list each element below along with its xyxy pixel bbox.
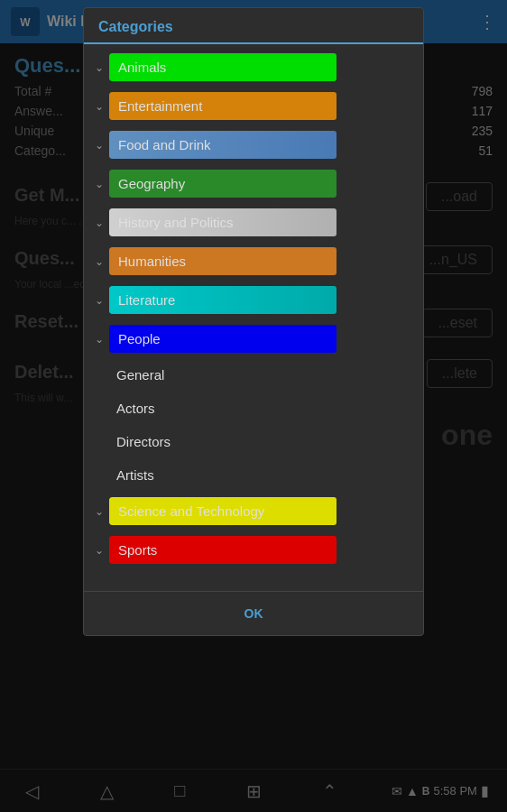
subcategory-label-actors: Actors bbox=[116, 401, 155, 416]
modal-title: Categories bbox=[84, 8, 423, 44]
category-label-literature: Literature bbox=[109, 286, 412, 314]
category-bar-people bbox=[109, 325, 336, 353]
subcategory-label-directors: Directors bbox=[116, 434, 171, 449]
chevron-food-drink: ⌄ bbox=[95, 139, 104, 152]
modal-footer: OK bbox=[84, 591, 423, 635]
category-label-animals: Animals bbox=[109, 53, 412, 81]
chevron-sports: ⌄ bbox=[95, 544, 104, 557]
category-bar-sports bbox=[109, 536, 336, 564]
chevron-literature: ⌄ bbox=[95, 294, 104, 307]
category-item-animals[interactable]: ⌄ Animals bbox=[84, 48, 423, 87]
ok-button[interactable]: OK bbox=[226, 601, 281, 626]
chevron-entertainment: ⌄ bbox=[95, 100, 104, 113]
chevron-geography: ⌄ bbox=[95, 178, 104, 190]
chevron-people: ⌄ bbox=[95, 333, 104, 346]
category-label-food-drink: Food and Drink bbox=[109, 131, 412, 159]
category-item-geography[interactable]: ⌄ Geography bbox=[84, 164, 423, 203]
category-bar-humanities bbox=[109, 247, 336, 275]
category-label-geography: Geography bbox=[109, 170, 412, 198]
category-bar-history-politics bbox=[109, 208, 336, 236]
subcategory-label-artists: Artists bbox=[116, 467, 154, 483]
subcategory-label-general: General bbox=[116, 367, 164, 383]
chevron-history-politics: ⌄ bbox=[95, 217, 104, 229]
category-item-entertainment[interactable]: ⌄ Entertainment bbox=[84, 87, 423, 125]
category-label-science-tech: Science and Technology bbox=[109, 497, 412, 525]
category-label-sports: Sports bbox=[109, 536, 412, 564]
subcategory-artists[interactable]: Artists bbox=[84, 458, 423, 492]
category-bar-science-tech bbox=[109, 497, 336, 525]
category-bar-geography bbox=[109, 170, 336, 198]
categories-modal: Categories ⌄ Animals ⌄ Entertainment ⌄ F… bbox=[83, 7, 424, 636]
modal-spacer bbox=[84, 569, 423, 587]
category-item-literature[interactable]: ⌄ Literature bbox=[84, 281, 423, 319]
category-bar-entertainment bbox=[109, 92, 336, 120]
category-label-history-politics: History and Politics bbox=[109, 208, 412, 236]
category-bar-literature bbox=[109, 286, 336, 314]
category-label-entertainment: Entertainment bbox=[109, 92, 412, 120]
category-bar-food-drink bbox=[109, 131, 336, 159]
category-item-humanities[interactable]: ⌄ Humanities bbox=[84, 242, 423, 281]
category-bar-animals bbox=[109, 53, 336, 81]
subcategory-general[interactable]: General bbox=[84, 358, 423, 392]
category-item-food-drink[interactable]: ⌄ Food and Drink bbox=[84, 125, 423, 164]
chevron-humanities: ⌄ bbox=[95, 255, 104, 268]
category-item-people[interactable]: ⌄ People bbox=[84, 319, 423, 358]
chevron-science-tech: ⌄ bbox=[95, 505, 104, 518]
category-item-science-tech[interactable]: ⌄ Science and Technology bbox=[84, 492, 423, 531]
category-item-history-politics[interactable]: ⌄ History and Politics bbox=[84, 203, 423, 242]
modal-body[interactable]: ⌄ Animals ⌄ Entertainment ⌄ Food and Dri… bbox=[84, 44, 423, 591]
chevron-animals: ⌄ bbox=[95, 61, 104, 74]
subcategory-directors[interactable]: Directors bbox=[84, 425, 423, 458]
subcategory-actors[interactable]: Actors bbox=[84, 392, 423, 425]
category-label-people: People bbox=[109, 325, 412, 353]
category-item-sports[interactable]: ⌄ Sports bbox=[84, 531, 423, 569]
category-label-humanities: Humanities bbox=[109, 247, 412, 275]
